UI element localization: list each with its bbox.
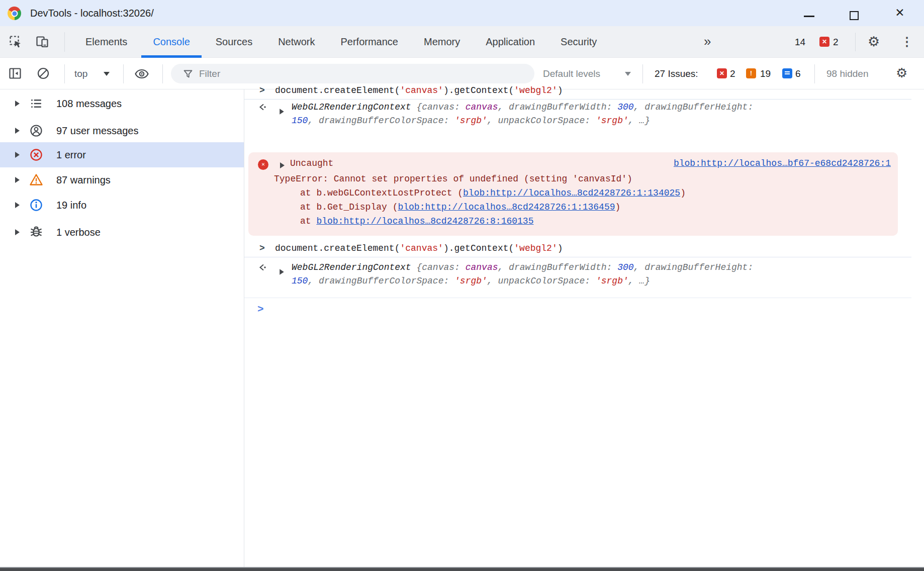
sidebar-item-verbose[interactable]: 1 verbose (0, 220, 244, 245)
command-text[interactable]: document.createElement('canvas').getCont… (275, 82, 563, 99)
error-message: TypeError: Cannot set properties of unde… (274, 172, 632, 186)
expand-arrow-icon[interactable] (15, 128, 20, 134)
sidebar-item-label: 1 error (56, 149, 86, 161)
settings-gear-icon[interactable]: ⚙ (868, 26, 880, 58)
divider (64, 32, 65, 52)
divider (855, 33, 856, 51)
expand-arrow-icon[interactable] (15, 101, 20, 107)
chevron-down-icon[interactable] (104, 72, 110, 76)
window-bottom-edge (0, 567, 924, 571)
chevron-down-icon[interactable] (625, 72, 631, 76)
filter-input[interactable] (199, 64, 521, 83)
devtools-window: DevTools - localhost:32026/ ✕ Elements C… (0, 0, 924, 571)
warning-count[interactable]: 14 (795, 26, 805, 58)
sidebar-item-label: 1 verbose (56, 227, 101, 238)
tab-memory[interactable]: Memory (412, 26, 472, 58)
stack-frame-link[interactable]: blob:http://localhos…8cd2428726:1:136459 (398, 202, 615, 212)
tab-elements[interactable]: Elements (74, 26, 139, 58)
error-count[interactable]: 2 (833, 26, 839, 58)
object-preview-line1[interactable]: WebGL2RenderingContext {canvas: canvas, … (292, 101, 753, 114)
expand-arrow-icon[interactable] (15, 177, 20, 183)
sidebar-item-label: 19 info (56, 200, 86, 211)
console-result-entry: WebGL2RenderingContext {canvas: canvas, … (244, 101, 911, 129)
sidebar-item-user-messages[interactable]: 97 user messages (0, 118, 244, 143)
user-icon (29, 124, 43, 138)
issue-info-badge-icon[interactable] (782, 68, 792, 78)
sidebar-item-all-messages[interactable]: 108 messages (0, 91, 244, 116)
stack-frame-link[interactable]: blob:http://localhos…8cd2428726:1:134025 (463, 188, 680, 198)
tab-console[interactable]: Console (141, 26, 201, 58)
chrome-logo-icon (8, 7, 21, 20)
console-result-entry: WebGL2RenderingContext {canvas: canvas, … (244, 261, 911, 289)
error-header: Uncaught (290, 157, 333, 170)
sidebar-item-label: 108 messages (56, 98, 122, 110)
clear-console-icon[interactable] (36, 66, 50, 80)
tab-application[interactable]: Application (474, 26, 546, 58)
issue-warning-badge-icon[interactable]: ! (746, 68, 756, 78)
stack-frame: at b.webGLContextLostProtect (blob:http:… (300, 186, 686, 200)
entry-divider (244, 298, 911, 298)
expand-arrow-icon[interactable] (15, 152, 20, 158)
list-icon (29, 97, 43, 111)
warning-triangle-icon (29, 173, 43, 187)
console-error-entry: ✕ Uncaught blob:http://localhos…bf67-e68… (248, 152, 898, 236)
expand-arrow-icon[interactable] (15, 202, 20, 208)
sidebar-item-label: 97 user messages (56, 125, 138, 137)
devtools-tab-bar: Elements Console Sources Network Perform… (0, 26, 924, 58)
live-expression-eye-icon[interactable] (134, 67, 149, 80)
issue-error-badge-icon[interactable]: ✕ (717, 68, 727, 78)
return-value-icon (257, 102, 267, 112)
console-command-entry: > document.createElement('canvas').getCo… (244, 82, 911, 100)
divider (814, 64, 815, 83)
error-circle-icon (29, 148, 43, 162)
toggle-sidebar-icon[interactable] (8, 66, 22, 80)
context-selector[interactable]: top (74, 58, 87, 89)
tab-performance[interactable]: Performance (329, 26, 410, 58)
panel-tabs: Elements Console Sources Network Perform… (74, 26, 608, 58)
close-button[interactable]: ✕ (888, 0, 912, 26)
filter-box[interactable] (171, 64, 534, 83)
maximize-button[interactable] (843, 0, 867, 26)
return-value-icon (257, 262, 267, 272)
sidebar-item-warnings[interactable]: 87 warnings (0, 167, 244, 193)
title-bar: DevTools - localhost:32026/ ✕ (0, 0, 924, 26)
command-chevron-icon: > (259, 240, 265, 257)
more-tabs-button[interactable]: » (704, 26, 711, 58)
stack-frame: at blob:http://localhos…8cd2428726:8:160… (300, 215, 533, 228)
console-command-entry: > document.createElement('canvas').getCo… (244, 240, 911, 257)
stack-frame-link[interactable]: blob:http://localhos…8cd2428726:8:160135 (316, 216, 533, 226)
command-chevron-icon: > (259, 82, 265, 99)
kebab-menu-icon[interactable]: ⋮ (901, 26, 913, 58)
tab-network[interactable]: Network (266, 26, 326, 58)
device-toolbar-icon[interactable] (36, 35, 50, 49)
window-title: DevTools - localhost:32026/ (30, 0, 154, 26)
command-text[interactable]: document.createElement('canvas').getCont… (275, 240, 563, 257)
tab-sources[interactable]: Sources (204, 26, 264, 58)
object-preview-line2[interactable]: 150, drawingBufferColorSpace: 'srgb', un… (292, 274, 650, 288)
divider (123, 64, 124, 83)
sidebar-item-label: 87 warnings (56, 174, 111, 186)
minimize-button[interactable] (797, 0, 821, 26)
expand-arrow-icon[interactable] (15, 229, 20, 235)
bug-icon (29, 225, 43, 239)
expand-arrow-icon[interactable] (280, 109, 284, 114)
error-badge-icon[interactable]: ✕ (819, 37, 829, 47)
object-preview-line2[interactable]: 150, drawingBufferColorSpace: 'srgb', un… (292, 114, 650, 128)
object-preview-line1[interactable]: WebGL2RenderingContext {canvas: canvas, … (292, 261, 753, 274)
divider (64, 64, 65, 83)
expand-arrow-icon[interactable] (280, 269, 284, 274)
inspect-element-icon[interactable] (9, 35, 23, 49)
divider (642, 64, 643, 83)
error-source-link[interactable]: blob:http://localhos…bf67-e68cd2428726:1 (674, 158, 891, 168)
tab-security[interactable]: Security (549, 26, 608, 58)
sidebar-item-errors[interactable]: 1 error (0, 142, 244, 167)
filter-funnel-icon (183, 69, 193, 79)
console-sidebar: 108 messages 97 user messages 1 error (0, 89, 244, 567)
error-circle-icon: ✕ (258, 159, 268, 170)
stack-frame: at b.Get_Display (blob:http://localhos…8… (300, 201, 620, 214)
console-prompt-chevron-icon[interactable]: > (257, 304, 264, 315)
expand-arrow-icon[interactable] (280, 162, 285, 168)
sidebar-item-info[interactable]: 19 info (0, 193, 244, 218)
divider (162, 64, 163, 83)
info-circle-icon (29, 198, 43, 212)
